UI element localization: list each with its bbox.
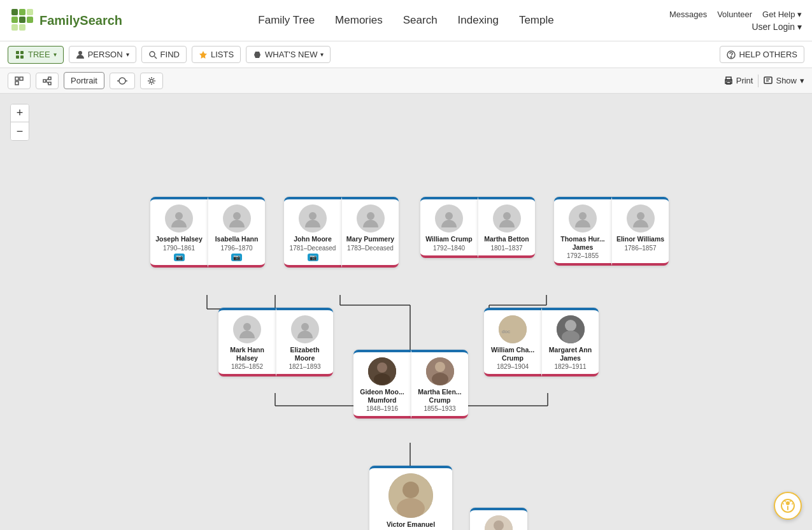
person-john-moore[interactable]: John Moore 1781–Deceased 📷 <box>284 197 341 268</box>
joseph-halsey-badge: 📷 <box>174 254 185 261</box>
pedigree-view-button[interactable] <box>36 73 59 89</box>
nav-family-tree[interactable]: Family Tree <box>258 14 315 27</box>
mark-halsey-name: Mark Hann Halsey <box>222 346 272 362</box>
get-help-link[interactable]: Get Help ▾ <box>762 10 802 19</box>
tree-button[interactable]: TREE ▾ <box>8 46 64 64</box>
landscape-view-button[interactable] <box>110 73 135 89</box>
svg-rect-21 <box>15 82 18 85</box>
whats-new-dropdown-arrow: ▾ <box>320 51 324 58</box>
person-catherine-neff[interactable]: Catherine B... Neff 1885–1972 📷 <box>470 508 527 530</box>
margaret-ann-james-dates: 1829–1911 <box>546 363 595 370</box>
show-button[interactable]: Show ▾ <box>764 76 804 85</box>
martha-betton-avatar <box>493 204 521 233</box>
print-icon <box>724 76 733 85</box>
person-mark-halsey[interactable]: Mark Hann Halsey 1825–1852 <box>218 308 276 376</box>
familysearch-logo-icon <box>10 8 36 33</box>
svg-point-76 <box>435 362 445 372</box>
person-elinor-williams[interactable]: Elinor Williams 1786–1857 <box>611 197 669 266</box>
svg-point-79 <box>402 482 419 498</box>
top-navigation: FamilySearch Family Tree Memories Search… <box>0 0 812 41</box>
person-mary-pummery[interactable]: Mary Pummery 1783–Deceased <box>341 197 399 268</box>
hint-icon <box>780 498 795 513</box>
view-toolbar-right: Print Show ▾ <box>724 75 804 87</box>
thomas-james-dates: 1792–1855 <box>558 252 608 259</box>
expand-view-button[interactable] <box>8 73 31 89</box>
logo-area[interactable]: FamilySearch <box>10 8 122 33</box>
svg-rect-9 <box>20 51 24 54</box>
person-martha-betton[interactable]: Martha Betton 1801–1837 <box>478 197 535 258</box>
nav-search[interactable]: Search <box>403 14 438 27</box>
zoom-in-button[interactable]: + <box>11 104 29 122</box>
landscape-icon <box>117 76 128 85</box>
svg-point-30 <box>150 79 153 82</box>
elizabeth-moore-dates: 1821–1893 <box>280 363 329 370</box>
hint-button[interactable] <box>774 492 802 520</box>
logo-text: FamilySearch <box>39 13 122 28</box>
whats-new-button[interactable]: WHAT'S NEW ▾ <box>246 46 331 63</box>
help-others-button[interactable]: HELP OTHERS <box>720 46 804 63</box>
tree-connector-lines <box>0 94 812 530</box>
mary-pummery-name: Mary Pummery <box>346 235 395 243</box>
victor-mumford-avatar <box>388 473 433 518</box>
gideon-mumford-dates: 1848–1916 <box>357 405 407 412</box>
tree-canvas[interactable]: + − Joseph Halsey 1790–1861 📷 Isabella H… <box>0 94 812 530</box>
elinor-williams-dates: 1786–1857 <box>616 245 665 252</box>
svg-point-66 <box>301 323 309 331</box>
william-cha-crump-dates: 1829–1904 <box>488 363 538 370</box>
person-gideon-mumford[interactable]: Gideon Moo... Mumford 1848–1916 <box>353 350 411 419</box>
person-margaret-ann-james[interactable]: Margaret Ann James 1829–1911 <box>541 308 599 376</box>
show-dropdown-arrow: ▾ <box>800 76 804 85</box>
person-button[interactable]: PERSON ▾ <box>69 46 136 63</box>
victor-mumford-name: Victor Emanuel Mumford <box>373 520 448 530</box>
john-moore-badge: 📷 <box>308 254 318 261</box>
nav-memories[interactable]: Memories <box>335 14 383 27</box>
person-victor-mumford[interactable]: Victor Emanuel Mumford 1885–1973 <box>369 466 452 530</box>
person-icon <box>76 50 85 59</box>
person-martha-elen-crump[interactable]: Martha Elen... Crump 1855–1933 <box>411 350 468 419</box>
couple-william-margaret: doc William Cha... Crump 1829–1904 Marga… <box>484 308 599 376</box>
person-william-crump[interactable]: William Crump 1792–1840 <box>420 197 478 258</box>
svg-rect-5 <box>27 17 33 23</box>
svg-point-61 <box>445 212 453 220</box>
find-icon <box>148 50 157 59</box>
messages-link[interactable]: Messages <box>669 10 707 19</box>
svg-rect-8 <box>16 51 19 54</box>
svg-rect-23 <box>48 77 51 80</box>
svg-point-12 <box>78 51 82 55</box>
mark-halsey-avatar <box>233 315 261 343</box>
person-thomas-james[interactable]: Thomas Hur... James 1792–1855 <box>554 197 611 266</box>
mary-pummery-dates: 1783–Deceased <box>346 245 395 252</box>
william-cha-crump-name: William Cha... Crump <box>488 346 538 362</box>
show-icon <box>764 76 773 85</box>
couple-john-mary: John Moore 1781–Deceased 📷 Mary Pummery … <box>284 197 399 268</box>
person-isabella-hann[interactable]: Isabella Hann 1796–1870 📷 <box>208 197 265 268</box>
svg-rect-3 <box>19 17 25 23</box>
portrait-view-button[interactable]: Portrait <box>64 72 104 89</box>
zoom-out-button[interactable]: − <box>11 122 29 140</box>
person-elizabeth-moore[interactable]: Elizabeth Moore 1821–1893 <box>276 308 333 376</box>
svg-rect-24 <box>48 82 51 85</box>
couple-thomas-elinor: Thomas Hur... James 1792–1855 Elinor Wil… <box>554 197 669 266</box>
william-crump-dates: 1792–1840 <box>424 245 474 252</box>
gideon-mumford-name: Gideon Moo... Mumford <box>357 388 407 404</box>
find-button[interactable]: FIND <box>141 46 187 63</box>
svg-point-58 <box>233 212 241 220</box>
person-william-cha-crump[interactable]: doc William Cha... Crump 1829–1904 <box>484 308 541 376</box>
volunteer-link[interactable]: Volunteer <box>717 10 752 19</box>
person-joseph-halsey[interactable]: Joseph Halsey 1790–1861 📷 <box>150 197 208 268</box>
nav-indexing[interactable]: Indexing <box>458 14 499 27</box>
settings-icon <box>147 76 156 85</box>
lists-button[interactable]: LISTS <box>192 46 241 63</box>
nav-temple[interactable]: Temple <box>519 14 554 27</box>
svg-point-80 <box>397 498 425 518</box>
main-nav: Family Tree Memories Search Indexing Tem… <box>258 14 553 27</box>
joseph-halsey-dates: 1790–1861 <box>154 245 204 252</box>
settings-view-button[interactable] <box>140 73 163 89</box>
couple-william-martha-crump: William Crump 1792–1840 Martha Betton 18… <box>420 197 535 258</box>
svg-rect-20 <box>20 77 23 80</box>
svg-rect-2 <box>11 17 18 23</box>
svg-point-73 <box>377 362 387 373</box>
print-button[interactable]: Print <box>724 76 753 85</box>
isabella-hann-name: Isabella Hann <box>212 235 261 243</box>
user-login-button[interactable]: User Login ▾ <box>751 22 802 32</box>
